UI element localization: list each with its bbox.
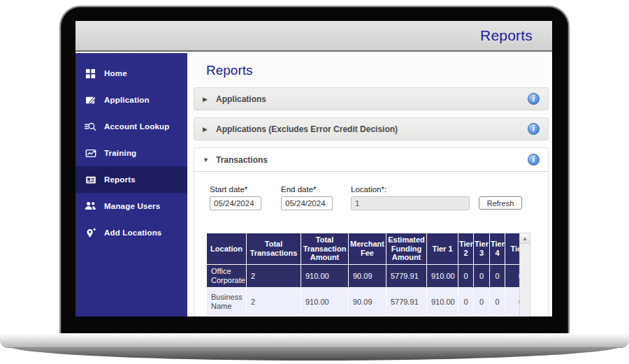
table-cell: 0: [458, 288, 474, 316]
sidebar-item-home[interactable]: Home: [75, 60, 187, 87]
table-cell: 0: [505, 264, 520, 287]
table-cell: 0: [458, 264, 474, 287]
chevron-right-icon: ▶: [203, 96, 209, 103]
transactions-table: LocationTotal TransactionsTotal Transact…: [206, 233, 519, 316]
table-cell: 2: [247, 264, 301, 287]
account-lookup-search-icon: [85, 121, 96, 132]
sidebar-item-label: Training: [104, 149, 136, 157]
sidebar-item-label: Reports: [104, 175, 136, 184]
table-cell: 2: [247, 288, 301, 316]
app-screen: Reports HomeApplicationAccount LookupTra…: [75, 21, 552, 316]
sidebar-item-label: Add Locations: [104, 228, 161, 237]
column-header-total-transactions: Total Transactions: [247, 233, 301, 265]
end-date-label: End date*: [281, 185, 333, 194]
table-cell: 0: [474, 288, 490, 316]
end-date-field: End date*: [281, 185, 333, 210]
laptop-base-shadow: [6, 345, 623, 361]
transactions-panel: Start date* End date* Location*: Refresh: [194, 172, 549, 316]
table-cell: 910.00: [301, 288, 349, 316]
section-label: Applications: [216, 94, 266, 104]
sidebar-nav: HomeApplicationAccount LookupTrainingRep…: [75, 53, 187, 316]
sidebar-item-label: Account Lookup: [104, 122, 170, 131]
location-field: Location*:: [351, 185, 470, 210]
table-cell: 5779.91: [386, 288, 427, 316]
table-cell: 0: [490, 264, 505, 287]
column-header-tier-3: Tier 3: [474, 233, 490, 265]
table-cell: 910.00: [427, 288, 458, 316]
location-label: Location*:: [351, 185, 470, 194]
report-sections: ▶ Applications i ▶ Applications (Exclude…: [194, 87, 549, 316]
section-applications-excludes-error[interactable]: ▶ Applications (Excludes Error Credit De…: [194, 117, 549, 140]
table-cell: Business Name: [207, 288, 247, 316]
sidebar-item-add-locations[interactable]: Add Locations: [75, 219, 187, 246]
page-title: Reports: [206, 63, 552, 78]
info-icon[interactable]: i: [528, 123, 540, 135]
column-header-estimated-funding-amount: Estimated Funding Amount: [386, 233, 427, 265]
sidebar-item-label: Application: [104, 96, 150, 104]
training-chart-icon: [85, 147, 96, 159]
column-header-location: Location: [207, 233, 247, 265]
table-header-row: LocationTotal TransactionsTotal Transact…: [207, 233, 520, 265]
sidebar-item-label: Manage Users: [104, 202, 160, 210]
table-cell: 0: [505, 288, 520, 316]
chevron-down-icon: ▼: [203, 156, 209, 163]
transactions-table-area: LocationTotal TransactionsTotal Transact…: [206, 233, 548, 316]
app-body: HomeApplicationAccount LookupTrainingRep…: [75, 53, 552, 316]
table-cell: 0: [474, 264, 490, 287]
sidebar-item-reports[interactable]: Reports: [75, 166, 187, 193]
table-cell: Office Corporate: [207, 264, 247, 287]
table-cell: 0: [490, 288, 505, 316]
column-header-tier-5: Tier 5: [505, 233, 520, 265]
top-header-bar: Reports: [75, 21, 552, 52]
add-locations-pin-icon: [85, 227, 96, 238]
start-date-input[interactable]: [210, 196, 261, 210]
column-header-merchant-fee: Merchant Fee: [349, 233, 386, 265]
table-cell: 910.00: [427, 264, 458, 287]
end-date-input[interactable]: [281, 196, 333, 210]
sidebar-item-account-lookup[interactable]: Account Lookup: [75, 113, 187, 140]
table-viewport: LocationTotal TransactionsTotal Transact…: [206, 233, 519, 316]
sidebar-item-manage-users[interactable]: Manage Users: [75, 193, 187, 219]
start-date-field: Start date*: [210, 185, 261, 210]
table-row: Business Name2910.0090.095779.91910.0000…: [207, 288, 520, 316]
section-transactions[interactable]: ▼ Transactions i: [194, 147, 549, 172]
refresh-button[interactable]: Refresh: [479, 196, 522, 210]
main-content: Reports ▶ Applications i ▶ Applications …: [187, 53, 552, 316]
table-vertical-scrollbar[interactable]: ▲: [519, 233, 530, 316]
sidebar-item-application[interactable]: Application: [75, 87, 187, 113]
column-header-tier-1: Tier 1: [427, 233, 458, 265]
manage-users-icon: [85, 201, 96, 212]
table-cell: 90.09: [349, 264, 386, 287]
transactions-filters: Start date* End date* Location*: Refresh: [194, 172, 548, 210]
window-title: Reports: [480, 27, 533, 44]
table-cell: 90.09: [349, 288, 386, 316]
sidebar-item-label: Home: [104, 69, 127, 78]
table-row: Office Corporate2910.0090.095779.91910.0…: [207, 264, 520, 287]
info-icon[interactable]: i: [528, 154, 540, 166]
section-label: Applications (Excludes Error Credit Deci…: [216, 124, 398, 134]
table-cell: 5779.91: [386, 264, 427, 287]
info-icon[interactable]: i: [528, 93, 540, 105]
sidebar-item-training[interactable]: Training: [75, 140, 187, 166]
table-cell: 910.00: [301, 264, 349, 287]
reports-card-icon: [85, 174, 96, 185]
chevron-right-icon: ▶: [203, 126, 209, 133]
column-header-tier-4: Tier 4: [490, 233, 505, 265]
start-date-label: Start date*: [210, 185, 261, 194]
home-grid-icon: [85, 68, 96, 79]
column-header-tier-2: Tier 2: [458, 233, 474, 265]
application-edit-icon: [85, 94, 96, 105]
laptop-base: [0, 333, 629, 347]
column-header-total-transaction-amount: Total Transaction Amount: [301, 233, 349, 265]
scroll-up-arrow-icon[interactable]: ▲: [520, 233, 530, 244]
section-applications[interactable]: ▶ Applications i: [194, 87, 549, 110]
location-input: [351, 196, 470, 210]
section-label: Transactions: [216, 155, 268, 165]
